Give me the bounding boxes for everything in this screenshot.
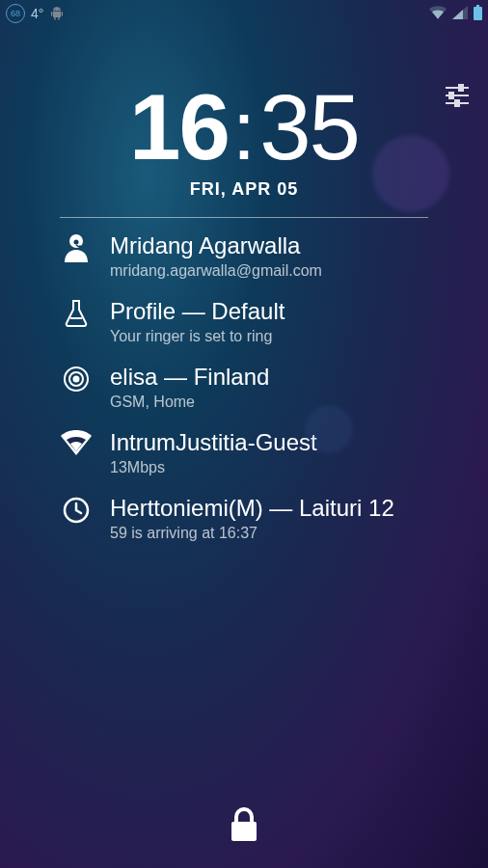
wifi-icon (60, 430, 93, 455)
clock-hours: 16 (129, 81, 229, 174)
svg-point-7 (74, 240, 79, 245)
person-icon (60, 233, 93, 262)
temperature: 4° (31, 6, 43, 21)
user-item[interactable]: Mridang Agarwalla mridang.agarwalla@gmai… (60, 231, 428, 280)
transit-item[interactable]: Herttoniemi(M) — Laituri 12 59 is arrivi… (60, 494, 428, 542)
profile-sub: Your ringer is set to ring (110, 328, 428, 345)
svg-rect-3 (449, 93, 453, 98)
transit-sub: 59 is arriving at 16:37 (110, 525, 428, 542)
unlock-area[interactable] (0, 781, 488, 868)
settings-sliders-icon[interactable] (444, 83, 471, 112)
clock-minutes: 35 (259, 81, 359, 174)
divider (60, 217, 428, 218)
user-name: Mridang Agarwalla (110, 231, 428, 260)
clock-icon (60, 496, 93, 525)
svg-rect-1 (459, 85, 463, 91)
lock-icon[interactable] (221, 801, 267, 848)
battery-percent-badge: 68 (6, 4, 25, 23)
status-bar: 68 4° (0, 0, 488, 27)
wifi-ssid: IntrumJustitia-Guest (110, 428, 428, 457)
svg-rect-12 (231, 822, 257, 841)
user-email: mridang.agarwalla@gmail.com (110, 262, 428, 280)
profile-title: Profile — Default (110, 297, 428, 326)
svg-point-10 (74, 377, 79, 382)
svg-rect-5 (455, 100, 459, 106)
profile-item[interactable]: Profile — Default Your ringer is set to … (60, 297, 428, 345)
android-icon (49, 6, 65, 21)
carrier-sub: GSM, Home (110, 393, 428, 411)
wifi-icon (429, 6, 447, 22)
signal-icon (452, 6, 468, 22)
clock-widget[interactable]: 16 : 35 FRI, APR 05 (60, 81, 428, 200)
info-list: Mridang Agarwalla mridang.agarwalla@gmai… (60, 231, 428, 542)
transit-title: Herttoniemi(M) — Laituri 12 (110, 494, 428, 523)
cell-tower-icon (60, 365, 93, 393)
clock-date: FRI, APR 05 (60, 179, 428, 200)
flask-icon (60, 299, 93, 328)
carrier-item[interactable]: elisa — Finland GSM, Home (60, 363, 428, 411)
battery-icon (474, 5, 482, 23)
wifi-item[interactable]: IntrumJustitia-Guest 13Mbps (60, 428, 428, 476)
clock-colon: : (232, 88, 256, 173)
carrier-title: elisa — Finland (110, 363, 428, 392)
wifi-speed: 13Mbps (110, 459, 428, 476)
